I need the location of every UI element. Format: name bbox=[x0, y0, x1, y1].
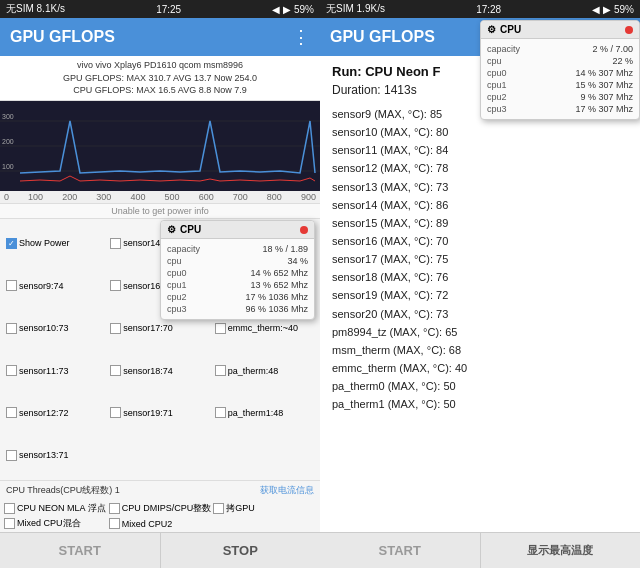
stop-button-left[interactable]: STOP bbox=[161, 533, 321, 568]
sensor-item: sensor10 (MAX, °C): 80 bbox=[332, 123, 628, 141]
sensor-list: sensor9 (MAX, °C): 85sensor10 (MAX, °C):… bbox=[332, 105, 628, 413]
option-label: Mixed CPU2 bbox=[122, 519, 173, 529]
checkbox-label: emmc_therm:~40 bbox=[228, 323, 298, 333]
sensor-item: msm_therm (MAX, °C): 68 bbox=[332, 341, 628, 359]
right-content: Run: CPU Neon F Duration: 1413s sensor9 … bbox=[320, 56, 640, 532]
checkbox-label: sensor18:74 bbox=[123, 366, 173, 376]
sensor-item: pa_therm0 (MAX, °C): 50 bbox=[332, 377, 628, 395]
sensor-item: sensor17 (MAX, °C): 75 bbox=[332, 250, 628, 268]
cpu-popup-title-right: CPU bbox=[500, 24, 521, 35]
device-line1: vivo vivo Xplay6 PD1610 qcom msm8996 bbox=[6, 59, 314, 72]
option-item[interactable]: CPU NEON MLA 浮点 bbox=[4, 502, 107, 515]
checkbox[interactable] bbox=[110, 238, 121, 249]
power-info-bar: Unable to get power info bbox=[0, 203, 320, 219]
checkbox-label: sensor11:73 bbox=[19, 366, 69, 376]
threads-bar: CPU Threads(CPU线程数) 1 获取电流信息 bbox=[0, 480, 320, 500]
sensor-item: sensor20 (MAX, °C): 73 bbox=[332, 305, 628, 323]
option-item[interactable]: 拷GPU bbox=[213, 502, 316, 515]
checkbox-item[interactable]: sensor10:73 bbox=[4, 308, 107, 349]
checkbox-item[interactable]: sensor18:74 bbox=[108, 350, 211, 391]
option-checkbox[interactable] bbox=[4, 518, 15, 529]
checkbox-item[interactable]: sensor13:71 bbox=[4, 435, 107, 476]
checkbox-item[interactable]: sensor11:73 bbox=[4, 350, 107, 391]
cpu-stat-row: capacity2 % / 7.00 bbox=[487, 43, 633, 55]
start-button-left[interactable]: START bbox=[0, 533, 161, 568]
sensor-item: emmc_therm (MAX, °C): 40 bbox=[332, 359, 628, 377]
checkbox[interactable] bbox=[6, 280, 17, 291]
checkbox[interactable] bbox=[215, 323, 226, 334]
display-button-right[interactable]: 显示最高温度 bbox=[481, 533, 641, 568]
checkbox-label: sensor12:72 bbox=[19, 408, 69, 418]
checkbox-item[interactable]: sensor12:72 bbox=[4, 392, 107, 433]
app-title-right: GPU GFLOPS bbox=[330, 28, 435, 46]
checkbox[interactable] bbox=[215, 365, 226, 376]
icons-right: ◀ ▶ 59% bbox=[592, 4, 634, 15]
svg-text:100: 100 bbox=[2, 163, 14, 170]
cpu-stat-row: cpu113 % 652 Mhz bbox=[167, 279, 308, 291]
checkbox[interactable] bbox=[110, 365, 121, 376]
option-label: CPU NEON MLA 浮点 bbox=[17, 502, 106, 515]
sensor-item: sensor15 (MAX, °C): 89 bbox=[332, 214, 628, 232]
checkbox-item[interactable]: pa_therm1:48 bbox=[213, 392, 316, 433]
checkbox-label: sensor17:70 bbox=[123, 323, 173, 333]
cpu-popup-right: ⚙ CPU capacity2 % / 7.00cpu22 % cpu014 %… bbox=[480, 20, 640, 120]
checkbox-label: sensor13:71 bbox=[19, 450, 69, 460]
cpu-popup-close-left[interactable] bbox=[300, 226, 308, 234]
option-label: CPU DMIPS/CPU整数 bbox=[122, 502, 212, 515]
checkbox[interactable] bbox=[110, 280, 121, 291]
status-bar-left: 无SIM 8.1K/s 17:25 ◀ ▶ 59% bbox=[0, 0, 320, 18]
option-checkbox[interactable] bbox=[213, 503, 224, 514]
carrier-right: 无SIM 1.9K/s bbox=[326, 2, 385, 16]
cpu-stat-row: cpu396 % 1036 Mhz bbox=[167, 303, 308, 315]
option-checkbox[interactable] bbox=[109, 503, 120, 514]
cpu-stat-row: cpu014 % 307 Mhz bbox=[487, 67, 633, 79]
checkbox[interactable] bbox=[6, 450, 17, 461]
get-current-btn[interactable]: 获取电流信息 bbox=[260, 484, 314, 497]
carrier-left: 无SIM 8.1K/s bbox=[6, 2, 65, 16]
option-item[interactable]: Mixed CPU混合 bbox=[4, 517, 107, 530]
checkbox[interactable] bbox=[110, 323, 121, 334]
checkbox[interactable] bbox=[6, 238, 17, 249]
checkbox-label: pa_therm:48 bbox=[228, 366, 279, 376]
sensor-item: sensor18 (MAX, °C): 76 bbox=[332, 268, 628, 286]
checkbox-label: sensor9:74 bbox=[19, 281, 64, 291]
svg-text:300: 300 bbox=[2, 113, 14, 120]
cpu-popup-body-left: capacity18 % / 1.89cpu34 % cpu014 % 652 … bbox=[161, 239, 314, 319]
icons-left: ◀ ▶ 59% bbox=[272, 4, 314, 15]
device-line3: CPU GFLOPS: MAX 16.5 AVG 8.8 Now 7.9 bbox=[6, 84, 314, 97]
device-line2: GPU GFLOPS: MAX 310.7 AVG 13.7 Now 254.0 bbox=[6, 72, 314, 85]
checkbox-item[interactable]: Show Power bbox=[4, 223, 107, 264]
app-title-left: GPU GFLOPS bbox=[10, 28, 115, 46]
option-checkbox[interactable] bbox=[4, 503, 15, 514]
cpu-stat-row: cpu217 % 1036 Mhz bbox=[167, 291, 308, 303]
checkbox[interactable] bbox=[110, 407, 121, 418]
cpu-popup-title-left: CPU bbox=[180, 224, 201, 235]
cpu-popup-close-right[interactable] bbox=[625, 26, 633, 34]
cpu-stat-row: cpu34 % bbox=[167, 255, 308, 267]
checkbox[interactable] bbox=[215, 407, 226, 418]
option-checkbox[interactable] bbox=[109, 518, 120, 529]
option-item[interactable]: CPU DMIPS/CPU整数 bbox=[109, 502, 212, 515]
checkbox-item[interactable]: sensor19:71 bbox=[108, 392, 211, 433]
left-panel: 无SIM 8.1K/s 17:25 ◀ ▶ 59% GPU GFLOPS ⋮ v… bbox=[0, 0, 320, 568]
checkbox-item[interactable]: sensor9:74 bbox=[4, 265, 107, 306]
sensor-item: sensor12 (MAX, °C): 78 bbox=[332, 159, 628, 177]
sensor-item: sensor11 (MAX, °C): 84 bbox=[332, 141, 628, 159]
chart-labels: 0 100 200 300 400 500 600 700 800 900 bbox=[0, 191, 320, 203]
menu-dots-left[interactable]: ⋮ bbox=[292, 26, 310, 48]
start-button-right[interactable]: START bbox=[320, 533, 481, 568]
checkbox-label: Show Power bbox=[19, 238, 70, 248]
cpu-stat-row: cpu014 % 652 Mhz bbox=[167, 267, 308, 279]
status-bar-right: 无SIM 1.9K/s 17:28 ◀ ▶ 59% bbox=[320, 0, 640, 18]
option-item[interactable]: Mixed CPU2 bbox=[109, 517, 212, 530]
sensor-item: sensor19 (MAX, °C): 72 bbox=[332, 286, 628, 304]
cpu-stat-row: cpu29 % 307 Mhz bbox=[487, 91, 633, 103]
app-bar-left: GPU GFLOPS ⋮ bbox=[0, 18, 320, 56]
right-panel: 无SIM 1.9K/s 17:28 ◀ ▶ 59% GPU GFLOPS Run… bbox=[320, 0, 640, 568]
cpu-popup-left: ⚙ CPU capacity18 % / 1.89cpu34 % cpu014 … bbox=[160, 220, 315, 320]
checkbox[interactable] bbox=[6, 407, 17, 418]
checkbox[interactable] bbox=[6, 323, 17, 334]
cpu-popup-header-left: ⚙ CPU bbox=[161, 221, 314, 239]
checkbox-item[interactable]: pa_therm:48 bbox=[213, 350, 316, 391]
checkbox[interactable] bbox=[6, 365, 17, 376]
